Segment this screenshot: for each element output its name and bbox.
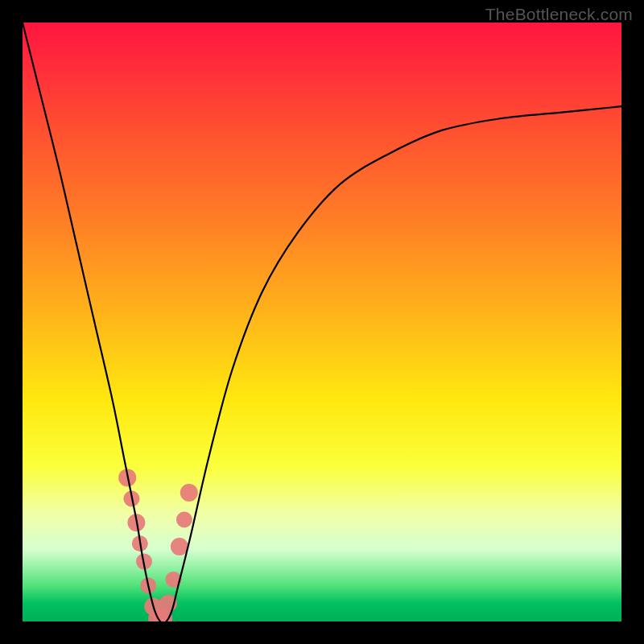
bottleneck-curve bbox=[23, 23, 621, 621]
watermark-text: TheBottleneck.com bbox=[485, 5, 633, 24]
chart-outer-frame: TheBottleneck.com bbox=[0, 0, 644, 644]
highlight-marker bbox=[180, 484, 198, 502]
chart-plot-area bbox=[23, 23, 621, 621]
highlight-marker bbox=[176, 512, 192, 528]
chart-svg bbox=[23, 23, 621, 621]
